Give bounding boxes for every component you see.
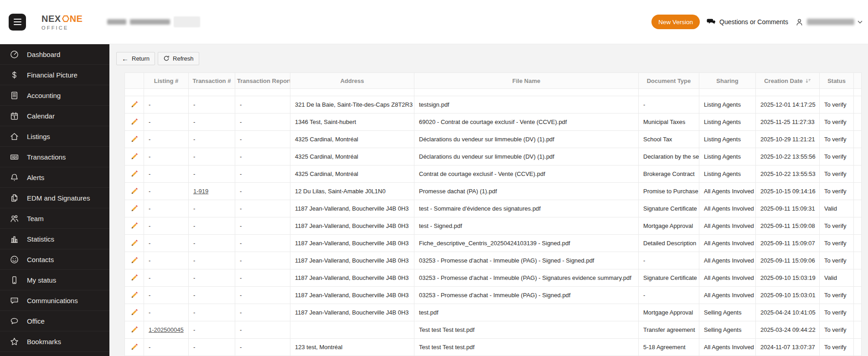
sidebar-item-edm-and-signatures[interactable]: EDM and Signatures	[0, 188, 109, 208]
cell-address: 12 Du Lilas, Saint-Amable J0L1N0	[290, 183, 414, 200]
cell-report: -	[235, 287, 290, 304]
documents-table-wrap: Listing #Transaction #Transaction Report…	[124, 72, 861, 356]
pencil-icon	[130, 153, 138, 160]
return-button[interactable]: ← Return	[116, 52, 155, 65]
edit-row-button[interactable]	[129, 256, 140, 265]
cell-report: -	[235, 321, 290, 339]
edit-row-button[interactable]	[129, 238, 140, 248]
refresh-button[interactable]: Refresh	[158, 52, 199, 65]
cell-doctype: School Tax	[639, 131, 699, 148]
cell-transaction: -	[189, 200, 235, 217]
edit-row-button[interactable]	[129, 290, 140, 300]
cell-sharing: All Agents Involved	[699, 200, 756, 217]
sidebar-item-office[interactable]: Office	[0, 311, 109, 331]
sidebar-item-accounting[interactable]: Accounting	[0, 85, 109, 106]
cell-doctype: -	[639, 96, 699, 114]
edit-row-button[interactable]	[129, 152, 140, 161]
toolbar: ← Return Refresh	[109, 44, 868, 72]
sidebar-item-alerts[interactable]: Alerts	[0, 167, 109, 188]
cell-sharing: All Agents Involved	[699, 269, 756, 287]
edit-row-button[interactable]	[129, 117, 140, 127]
cell-transaction: -	[189, 165, 235, 183]
cell-edit	[125, 165, 144, 183]
sidebar-item-communications[interactable]: Communications	[0, 290, 109, 311]
hamburger-menu-button[interactable]	[9, 14, 26, 31]
sidebar-item-contacts[interactable]: Contacts	[0, 249, 109, 270]
sidebar-item-bookmarks[interactable]: Bookmarks	[0, 331, 109, 352]
statistics-icon	[10, 234, 19, 244]
blurred-user-name	[807, 19, 854, 25]
logo-text-office: OFFICE	[41, 25, 83, 31]
pencil-icon	[130, 135, 138, 143]
cell-created: 2025-09-10 15:03:01	[756, 287, 820, 304]
sidebar-item-dashboard[interactable]: Dashboard	[0, 44, 109, 65]
cell-transaction: -	[189, 114, 235, 131]
cell-status: To verify	[820, 321, 854, 339]
column-header-transaction[interactable]: Transaction #	[189, 73, 235, 89]
cell-filler	[854, 321, 862, 339]
cell-doctype: Brokerage Contract	[639, 165, 699, 183]
edit-row-button[interactable]	[129, 273, 140, 283]
edit-row-button[interactable]	[129, 100, 140, 109]
cell-edit	[125, 183, 144, 200]
refresh-icon	[163, 55, 170, 62]
cell-sharing: Listing Agents	[699, 131, 756, 148]
sidebar-item-financial-picture[interactable]: Financial Picture	[0, 65, 109, 85]
column-header-file-name[interactable]: File Name	[414, 73, 639, 89]
sidebar-item-statistics[interactable]: Statistics	[0, 229, 109, 249]
new-version-button[interactable]: New Version	[651, 15, 700, 29]
pencil-icon	[130, 326, 138, 334]
edit-row-button[interactable]	[129, 221, 140, 231]
edit-row-button[interactable]	[129, 169, 140, 179]
cell-doctype: -	[639, 252, 699, 269]
sidebar-item-label: EDM and Signatures	[27, 194, 90, 202]
column-header-status[interactable]: Status	[820, 73, 854, 89]
sidebar-nav: DashboardFinancial PictureAccountingCale…	[0, 44, 109, 356]
column-header-sharing[interactable]: Sharing	[699, 73, 756, 89]
pencil-icon	[130, 222, 138, 230]
cell-file: Fiche_descriptive_Centris_20250424103139…	[414, 235, 639, 252]
edit-row-button[interactable]	[129, 204, 140, 213]
listing-link[interactable]: 1-202500045	[149, 326, 184, 333]
column-header-transaction-report[interactable]: Transaction Report	[235, 73, 290, 89]
edit-row-button[interactable]	[129, 325, 140, 335]
sidebar-item-calendar[interactable]: Calendar	[0, 106, 109, 126]
sidebar-item-listings[interactable]: Listings	[0, 126, 109, 147]
edit-row-button[interactable]	[129, 308, 140, 317]
sidebar-item-transactions[interactable]: Transactions	[0, 147, 109, 167]
cell-report: -	[235, 165, 290, 183]
column-header-creation-date[interactable]: Creation Date	[756, 73, 820, 89]
pencil-icon	[130, 274, 138, 282]
edit-row-button[interactable]	[129, 186, 140, 196]
cell-report: -	[235, 235, 290, 252]
sidebar-item-label: Listings	[27, 133, 50, 140]
edit-row-button[interactable]	[129, 342, 140, 352]
cell-created: 2025-03-24 09:44:22	[756, 321, 820, 339]
cell-doctype: Signature Certificate	[639, 269, 699, 287]
table-row: ---1187 Jean-Vallerand, Boucherville J4B…	[125, 269, 862, 287]
cell-listing: -	[144, 287, 189, 304]
table-row: ---1346 Test, Saint-hubert69020 - Contra…	[125, 114, 862, 131]
sidebar-item-team[interactable]: Team	[0, 208, 109, 229]
cell-created: 2025-04-24 10:41:05	[756, 304, 820, 321]
cell-doctype: Mortgage Approval	[639, 304, 699, 321]
pencil-icon	[130, 309, 138, 316]
cell-sharing: Listing Agents	[699, 96, 756, 114]
cell-address: 1187 Jean-Vallerand, Boucherville J4B 0H…	[290, 287, 414, 304]
column-header-listing[interactable]: Listing #	[144, 73, 189, 89]
user-menu[interactable]	[795, 18, 863, 26]
edit-row-button[interactable]	[129, 134, 140, 144]
cell-status: To verify	[820, 183, 854, 200]
contacts-icon	[10, 255, 19, 264]
cell-file: Promesse dachat (PA) (1).pdf	[414, 183, 639, 200]
cell-filler	[854, 217, 862, 235]
transaction-link[interactable]: 1-919	[193, 188, 208, 195]
cell-report: -	[235, 148, 290, 165]
column-header-address[interactable]: Address	[290, 73, 414, 89]
table-row: ---123 test, MontréalTest test Test test…	[125, 339, 862, 356]
column-header-document-type[interactable]: Document Type	[639, 73, 699, 89]
cell-address: 1187 Jean-Vallerand, Boucherville J4B 0H…	[290, 235, 414, 252]
cell-address: 123 test, Montréal	[290, 339, 414, 356]
sidebar-item-my-status[interactable]: My status	[0, 270, 109, 290]
questions-or-comments-link[interactable]: Questions or Comments	[707, 18, 788, 26]
